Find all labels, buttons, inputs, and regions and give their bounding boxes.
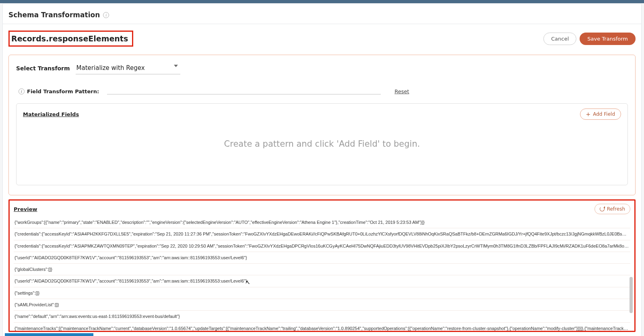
- refresh-button[interactable]: Refresh: [594, 204, 630, 214]
- preview-row[interactable]: {"globalClusters":[]}: [14, 264, 630, 275]
- pattern-input[interactable]: [107, 86, 381, 94]
- preview-row[interactable]: {"sAMLProviderList":[]}: [14, 299, 630, 311]
- pattern-row: i Field Transform Pattern: Reset: [16, 86, 628, 94]
- pattern-label: Field Transform Pattern:: [27, 88, 99, 94]
- action-buttons: Cancel Save Transform: [543, 33, 636, 45]
- preview-title: Preview: [14, 206, 37, 212]
- transform-config-panel: Select Transform Materialize with Regex …: [8, 55, 636, 195]
- transform-select[interactable]: Materialize with Regex: [76, 62, 180, 74]
- chevron-down-icon: [174, 65, 178, 67]
- cancel-button[interactable]: Cancel: [543, 33, 576, 45]
- info-icon[interactable]: i: [103, 12, 109, 18]
- preview-row[interactable]: {"userId":"AIDADO2GQD0K8TEF7KW1V","accou…: [14, 252, 630, 264]
- field-path-title: Records.responseElements: [11, 34, 128, 43]
- preview-row[interactable]: {"settings":[]}: [14, 287, 630, 299]
- plus-icon: +: [586, 111, 591, 117]
- preview-row[interactable]: {"workGroups":[{"name":"primary","state"…: [14, 217, 630, 228]
- add-field-button[interactable]: + Add Field: [580, 109, 621, 120]
- preview-rows: {"workGroups":[{"name":"primary","state"…: [14, 217, 630, 332]
- window-top-accent: [0, 0, 644, 3]
- page-header: Schema Transformation i: [3, 4, 641, 24]
- refresh-label: Refresh: [607, 206, 625, 212]
- transform-selected-value: Materialize with Regex: [76, 64, 145, 72]
- preview-panel: Preview Refresh {"workGroups":[{"name":"…: [8, 199, 636, 332]
- select-transform-row: Select Transform Materialize with Regex: [16, 62, 628, 74]
- add-field-label: Add Field: [593, 111, 615, 117]
- materialized-fields-panel: Materialized Fields + Add Field Create a…: [16, 103, 628, 185]
- preview-row[interactable]: {"credentials":{"accessKeyId":"ASIAPMKZA…: [14, 240, 630, 252]
- materialized-title: Materialized Fields: [23, 111, 79, 117]
- preview-header: Preview Refresh: [14, 204, 630, 214]
- pattern-label-wrap: i Field Transform Pattern:: [19, 88, 99, 94]
- refresh-icon: [600, 207, 605, 211]
- save-transform-button[interactable]: Save Transform: [580, 33, 636, 45]
- select-transform-label: Select Transform: [16, 65, 70, 72]
- preview-row[interactable]: {"name":"default","arn":"arn:aws:events:…: [14, 311, 630, 322]
- preview-row[interactable]: {"maintenanceTracks":[{"maintenanceTrack…: [14, 323, 630, 332]
- page-title: Schema Transformation: [8, 11, 100, 19]
- loading-accent: [5, 333, 93, 336]
- preview-row[interactable]: {"userId":"AIDADO2GQD0K8TEF7KW1V","accou…: [14, 275, 630, 287]
- preview-scrollbar[interactable]: [630, 277, 633, 313]
- page-container: Schema Transformation i Records.response…: [2, 3, 642, 336]
- materialized-header: Materialized Fields + Add Field: [23, 109, 621, 120]
- materialized-empty-text: Create a pattern and click 'Add Field' t…: [23, 120, 621, 177]
- reset-link[interactable]: Reset: [394, 88, 409, 94]
- preview-row[interactable]: {"credentials":{"accessKeyId":"ASIA4PH2K…: [14, 228, 630, 240]
- info-icon[interactable]: i: [19, 88, 25, 94]
- title-bar: Records.responseElements Cancel Save Tra…: [3, 24, 641, 51]
- field-path-highlight: Records.responseElements: [8, 31, 133, 47]
